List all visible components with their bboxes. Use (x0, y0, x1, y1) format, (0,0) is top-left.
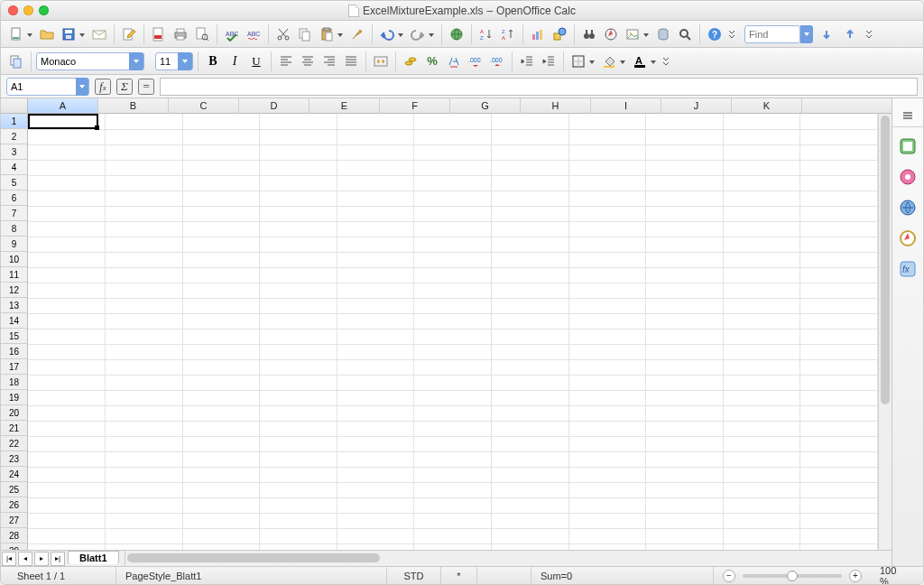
cell[interactable] (260, 543, 337, 550)
row-header[interactable]: 10 (1, 252, 28, 267)
cell[interactable] (337, 528, 414, 543)
row-header[interactable]: 13 (1, 298, 28, 313)
cells-area[interactable] (28, 114, 878, 550)
cell[interactable] (800, 497, 878, 513)
cell[interactable] (568, 144, 646, 160)
cell[interactable] (182, 513, 260, 528)
cell[interactable] (106, 543, 183, 550)
cell[interactable] (800, 543, 878, 550)
cell[interactable] (491, 344, 568, 359)
cell[interactable] (800, 206, 878, 221)
cell[interactable] (723, 252, 800, 267)
formatting-toolbar-overflow[interactable] (661, 51, 671, 71)
sidebar-styles-button[interactable] (896, 165, 919, 189)
edit-document-button[interactable] (119, 24, 139, 44)
cell[interactable] (260, 467, 337, 482)
cell[interactable] (723, 344, 800, 359)
cell[interactable] (800, 221, 878, 237)
add-decimal-button[interactable]: .000 (466, 51, 485, 71)
chevron-down-icon[interactable] (588, 57, 596, 68)
cell[interactable] (646, 513, 724, 528)
cell[interactable] (568, 390, 646, 405)
chevron-down-icon[interactable] (26, 30, 33, 41)
standard-format-button[interactable] (444, 51, 464, 71)
show-draw-functions-button[interactable] (550, 24, 569, 44)
cell[interactable] (337, 206, 414, 221)
cell[interactable] (723, 421, 800, 436)
cell[interactable] (260, 375, 337, 390)
cell[interactable] (337, 221, 414, 237)
cell[interactable] (106, 451, 183, 467)
column-headers[interactable]: ABCDEFGHIJK (1, 98, 892, 114)
cell[interactable] (491, 543, 568, 550)
font-color-button[interactable]: A (630, 51, 650, 71)
cell[interactable] (414, 405, 492, 421)
column-header[interactable]: D (239, 98, 310, 113)
cell[interactable] (28, 175, 106, 190)
cell[interactable] (106, 329, 183, 344)
undo-button[interactable] (377, 24, 397, 44)
cell[interactable] (414, 175, 492, 190)
toolbar-overflow-button[interactable] (726, 24, 737, 44)
cell[interactable] (646, 237, 724, 252)
italic-button[interactable]: I (225, 51, 245, 71)
cell[interactable] (414, 283, 492, 298)
cell[interactable] (337, 329, 414, 344)
cell[interactable] (800, 160, 878, 175)
cell[interactable] (106, 375, 183, 390)
cell[interactable] (182, 467, 260, 482)
cell[interactable] (106, 344, 183, 359)
column-header[interactable]: F (380, 98, 450, 113)
cell[interactable] (260, 252, 337, 267)
sidebar-properties-button[interactable] (896, 135, 919, 158)
cell[interactable] (28, 421, 106, 436)
cell[interactable] (28, 405, 106, 421)
cell[interactable] (337, 482, 414, 497)
cell[interactable] (800, 237, 878, 252)
print-button[interactable] (171, 24, 190, 44)
cell[interactable] (491, 375, 568, 390)
chevron-down-icon[interactable] (642, 30, 650, 41)
cell[interactable] (800, 405, 878, 421)
cell[interactable] (182, 114, 260, 129)
currency-button[interactable] (401, 51, 420, 71)
cell[interactable] (800, 344, 878, 359)
cell[interactable] (568, 436, 646, 451)
cell[interactable] (182, 144, 260, 160)
scrollbar-thumb[interactable] (881, 116, 890, 404)
cell[interactable] (414, 482, 492, 497)
cell[interactable] (182, 375, 260, 390)
cell[interactable] (491, 451, 568, 467)
cell[interactable] (723, 114, 800, 129)
cell[interactable] (106, 267, 183, 283)
cell[interactable] (568, 329, 646, 344)
align-justify-button[interactable] (341, 51, 361, 71)
cell[interactable] (723, 451, 800, 467)
cell[interactable] (723, 160, 800, 175)
cell[interactable] (491, 175, 568, 190)
cell[interactable] (260, 190, 337, 206)
cell[interactable] (260, 482, 337, 497)
horizontal-scrollbar[interactable] (125, 551, 892, 566)
prev-sheet-button[interactable]: ◂ (18, 552, 32, 566)
font-size-combo[interactable] (155, 52, 193, 70)
data-sources-button[interactable] (653, 24, 673, 44)
cell[interactable] (106, 144, 183, 160)
cell[interactable] (337, 513, 414, 528)
cell[interactable] (28, 114, 106, 129)
cell[interactable] (260, 160, 337, 175)
cell[interactable] (337, 283, 414, 298)
cell[interactable] (337, 190, 414, 206)
cell[interactable] (182, 329, 260, 344)
row-header[interactable]: 17 (1, 359, 28, 375)
column-header[interactable]: A (28, 98, 98, 113)
cell[interactable] (337, 405, 414, 421)
cell[interactable] (723, 543, 800, 550)
cell[interactable] (723, 513, 800, 528)
column-header[interactable]: I (591, 98, 661, 113)
cell[interactable] (800, 313, 878, 329)
cell[interactable] (106, 390, 183, 405)
cell[interactable] (491, 129, 568, 144)
save-button[interactable] (59, 24, 79, 44)
cell[interactable] (568, 528, 646, 543)
